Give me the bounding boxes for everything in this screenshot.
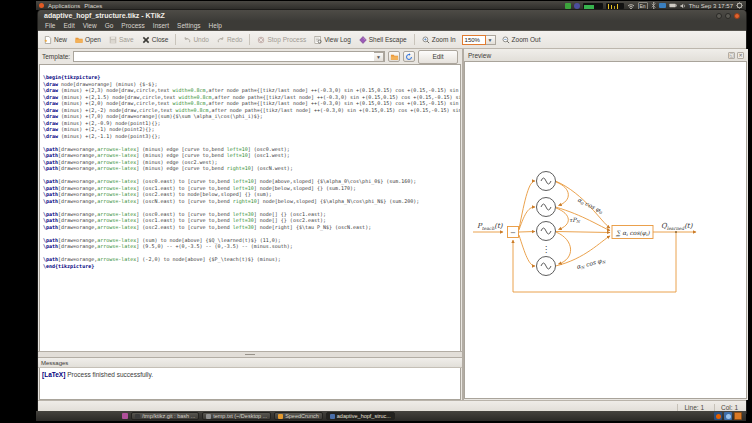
code-line[interactable]: \draw (minus) +(2,3) node[draw,circle,te…: [43, 87, 460, 94]
firefox-launcher-icon[interactable]: [714, 412, 722, 420]
template-row: Template: ▼: [38, 49, 462, 64]
volume-icon[interactable]: [680, 3, 686, 9]
view-log-button[interactable]: View Log: [312, 35, 353, 45]
alphaN-label: αN cos φN: [576, 256, 608, 271]
taskbar-item-icon: [206, 414, 211, 419]
minimize-button[interactable]: [716, 13, 722, 19]
maximize-button[interactable]: [725, 13, 731, 19]
open-label: Open: [85, 36, 101, 43]
taskbar-item[interactable]: /tmp/ktikz.git : bash ...: [131, 412, 199, 420]
preview-close-icon[interactable]: ✕: [737, 52, 744, 59]
new-file-icon: [44, 36, 52, 44]
zoom-level-combo[interactable]: 150% ▼: [462, 35, 496, 45]
stop-process-button: Stop Process: [255, 35, 308, 45]
wifi-icon[interactable]: [627, 2, 635, 10]
reload-icon: [405, 53, 413, 61]
new-label: New: [54, 36, 67, 43]
top-panel: Applications Places En Thu: [36, 1, 746, 10]
shell-escape-button[interactable]: Shell Escape: [357, 35, 409, 45]
titlebar[interactable]: adaptive_hopf_structure.tikz - KTikZ: [38, 10, 746, 21]
menu-item-help[interactable]: Help: [209, 22, 222, 29]
template-value[interactable]: [74, 52, 374, 61]
ubuntu-one-icon[interactable]: [574, 3, 580, 9]
menu-item-edit[interactable]: Edit: [63, 22, 74, 29]
bottom-taskbar: /tmp/ktikz.git : bash ...temp.txt (~/Des…: [36, 411, 746, 421]
desktop: Applications Places En Thu: [36, 1, 746, 421]
shell-escape-label: Shell Escape: [369, 36, 407, 43]
template-combobox[interactable]: ▼: [73, 51, 385, 62]
preview-detach-icon[interactable]: ◱: [728, 52, 735, 59]
code-line[interactable]: \path[draw=orange,arrows=-latex] (oscN.e…: [43, 198, 460, 205]
cpu-monitor-graph[interactable]: [583, 3, 603, 9]
taskbar-item-icon: [330, 414, 335, 419]
zoom-out-button[interactable]: Zoom Out: [500, 35, 543, 45]
applications-menu[interactable]: Applications: [48, 3, 80, 9]
menu-item-process[interactable]: Process: [121, 22, 144, 29]
clock[interactable]: Thu Sep 3 17:57: [689, 3, 733, 9]
code-line[interactable]: \draw (minus) +(2,0) node[draw,circle,te…: [43, 100, 460, 107]
zoom-in-icon: [422, 36, 430, 44]
workspace-switcher-icon[interactable]: [734, 412, 742, 420]
preview-header: Preview ◱ ✕: [464, 49, 748, 61]
oscillator-nodes: [537, 172, 556, 276]
toolbar: New Open Save: [38, 30, 746, 49]
close-file-button[interactable]: Close: [140, 35, 171, 45]
zoom-in-button[interactable]: Zoom In: [420, 35, 458, 45]
bluetooth-icon[interactable]: [651, 2, 656, 9]
menu-item-file[interactable]: File: [45, 22, 55, 29]
code-editor[interactable]: \begin{tikzpicture}\draw node[draw=orang…: [39, 64, 461, 351]
keyboard-layout-indicator[interactable]: En: [638, 2, 648, 10]
distro-logo-icon[interactable]: [39, 3, 44, 8]
taskbar-item-label: adaptive_hopf_struc...: [337, 413, 391, 419]
session-gear-icon[interactable]: [736, 2, 743, 9]
messages-body[interactable]: [LaTeX] Process finished successfully.: [39, 368, 461, 400]
message-text: Process finished successfully.: [65, 371, 153, 378]
places-menu[interactable]: Places: [84, 3, 102, 9]
battery-icon[interactable]: [669, 3, 677, 8]
menu-item-insert[interactable]: Insert: [153, 22, 169, 29]
template-combo-arrow-icon[interactable]: ▼: [374, 52, 384, 62]
template-label: Template:: [42, 53, 70, 60]
messages-header: Messages: [38, 358, 462, 368]
template-browse-button[interactable]: [388, 51, 400, 62]
zoom-level-value[interactable]: 150%: [462, 35, 486, 45]
status-col: Col: 1: [714, 404, 738, 411]
code-line[interactable]: \end{tikzpicture}: [43, 263, 460, 270]
close-window-button[interactable]: [734, 13, 740, 19]
messages-pane: Messages [LaTeX] Process finished succes…: [38, 358, 462, 400]
save-icon: [109, 36, 117, 44]
close-label: Close: [152, 36, 169, 43]
taskbar-item-label: /tmp/ktikz.git : bash ...: [142, 413, 195, 419]
template-edit-button[interactable]: Edit: [418, 50, 458, 64]
editor-messages-splitter[interactable]: [38, 351, 462, 358]
open-folder-icon: [75, 36, 83, 44]
redo-label: Redo: [227, 36, 243, 43]
view-log-label: View Log: [324, 36, 351, 43]
zoom-combo-arrow-icon[interactable]: ▼: [486, 35, 496, 45]
menu-item-go[interactable]: Go: [105, 22, 114, 29]
help-launcher-icon[interactable]: [724, 412, 732, 420]
vdots-label: ⋮: [542, 245, 550, 254]
new-button[interactable]: New: [42, 35, 69, 45]
redo-icon: [217, 36, 225, 44]
q-learned-label: Qlearned(t): [661, 222, 694, 231]
taskbar-item[interactable]: adaptive_hopf_struc...: [326, 412, 395, 420]
alpha0-label: α0 cos φ0: [576, 196, 604, 216]
zoom-out-label: Zoom Out: [512, 36, 541, 43]
toolbar-separator: [414, 34, 415, 45]
template-reload-button[interactable]: [403, 51, 415, 62]
menu-item-settings[interactable]: Settings: [177, 22, 201, 29]
zoom-out-icon: [502, 36, 510, 44]
status-line: Line: 1: [677, 404, 704, 411]
preview-canvas[interactable]: − ⋮ Pteach(t) Qlearned(t) ∑ αi cos(φi) α…: [464, 61, 747, 399]
open-button[interactable]: Open: [73, 35, 103, 45]
messaging-indicator-icon[interactable]: [565, 3, 571, 9]
taskbar-item[interactable]: SpeedCrunch: [274, 412, 323, 420]
show-desktop-icon[interactable]: [122, 413, 128, 419]
menu-item-view[interactable]: View: [83, 22, 97, 29]
taskbar-item[interactable]: temp.txt (~/Desktop ...: [202, 412, 271, 420]
network-monitor-graph[interactable]: [606, 3, 624, 9]
redo-button: Redo: [215, 35, 245, 45]
close-file-icon: [142, 36, 150, 44]
display-settings-icon[interactable]: [659, 3, 666, 8]
